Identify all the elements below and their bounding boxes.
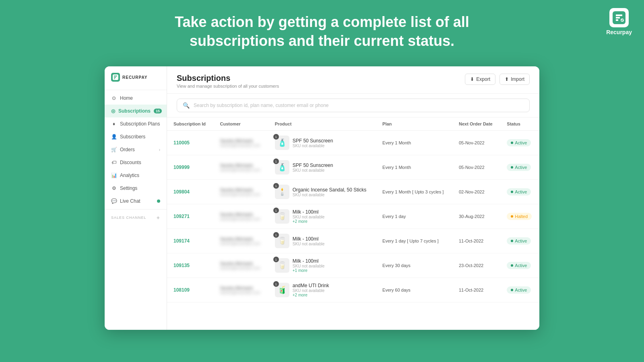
plan-cell: Every 1 day [ Upto 7 cycles ]: [376, 229, 452, 253]
product-cell: 1🧴SPF 50 SunscreenSKU not available: [268, 131, 376, 155]
sidebar-item-live-chat[interactable]: 💬 Live Chat: [105, 195, 167, 208]
analytics-icon: 📊: [111, 173, 117, 178]
product-cell: 1🧃andMe UTI DrinkSKU not available+2 mor…: [268, 278, 376, 302]
product-name: Milk - 100ml: [293, 258, 325, 264]
subscription-id-link[interactable]: 109999: [173, 165, 190, 170]
product-image: 1🥛: [275, 258, 289, 273]
sidebar-item-home-label: Home: [120, 95, 133, 101]
sidebar-item-settings[interactable]: ⚙ Settings: [105, 182, 167, 195]
col-status: Status: [500, 117, 539, 131]
plan-cell: Every 1 Month: [376, 155, 452, 180]
product-sku: SKU not available: [293, 144, 333, 148]
table-row[interactable]: 109174Sandra Michaelssandra@example.com1…: [167, 229, 539, 253]
subscription-id-cell[interactable]: 108109: [167, 278, 213, 302]
table-row[interactable]: 110005Sandra Michaelssandra@example.com1…: [167, 131, 539, 155]
product-name: andMe UTI Drink: [293, 283, 329, 288]
main-panel: RECURPAY ⊙ Home ◎ Subscriptions 15 ♦ Sub…: [105, 66, 539, 330]
live-chat-icon: 💬: [111, 198, 117, 204]
plan-cell: Every 1 Month: [376, 131, 452, 155]
sidebar-brand: RECURPAY: [105, 73, 167, 88]
status-dot: [511, 142, 513, 144]
sidebar-item-home[interactable]: ⊙ Home: [105, 92, 167, 105]
next-order-date-cell: 11-Oct-2022: [452, 278, 500, 302]
subscription-id-link[interactable]: 109174: [173, 238, 190, 244]
product-name: SPF 50 Sunscreen: [293, 162, 333, 168]
table-row[interactable]: 109999Sandra Michaelssandra@example.com1…: [167, 155, 539, 180]
product-more[interactable]: +1 more: [293, 268, 325, 273]
export-button[interactable]: ⬇ Export: [465, 74, 495, 85]
product-more[interactable]: +2 more: [293, 293, 329, 297]
product-cell: 1🕯️Organic Incense Sandal, 50 SticksSKU …: [268, 180, 376, 204]
subscription-id-link[interactable]: 109135: [173, 263, 190, 268]
subscription-id-link[interactable]: 110005: [173, 140, 190, 146]
product-more[interactable]: +2 more: [293, 219, 325, 224]
subscription-id-link[interactable]: 109804: [173, 189, 190, 195]
settings-icon: ⚙: [111, 185, 117, 191]
status-cell: Active: [500, 253, 539, 278]
export-label: Export: [476, 76, 490, 82]
import-label: Import: [511, 76, 524, 82]
subscription-id-cell[interactable]: 109135: [167, 253, 213, 278]
logo-icon: [609, 8, 629, 27]
product-cell: 1🧴SPF 50 SunscreenSKU not available: [268, 155, 376, 180]
subscription-id-cell[interactable]: 109174: [167, 229, 213, 253]
hero-section: Take action by getting a complete list o…: [0, 0, 644, 59]
col-customer: Customer: [213, 117, 268, 131]
table-row[interactable]: 109135Sandra Michaelssandra@example.com1…: [167, 253, 539, 278]
subscription-id-link[interactable]: 108109: [173, 287, 190, 293]
product-name: Organic Incense Sandal, 50 Sticks: [293, 187, 366, 193]
customer-cell: Sandra Michaelssandra@example.com: [213, 131, 268, 155]
product-image: 1🥛: [275, 234, 289, 248]
status-dot: [511, 240, 513, 242]
page-title: Subscriptions: [177, 74, 279, 83]
table-row[interactable]: 108109Sandra Michaelssandra@example.com1…: [167, 278, 539, 302]
next-order-date-cell: 05-Nov-2022: [452, 155, 500, 180]
sidebar-item-subscription-plans[interactable]: ♦ Subscription Plans: [105, 117, 167, 130]
search-bar: 🔍: [167, 94, 539, 117]
sales-channel-add-icon[interactable]: +: [157, 214, 160, 221]
hero-title: Take action by getting a complete list o…: [141, 13, 503, 51]
product-sku: SKU not available: [293, 288, 329, 293]
next-order-date-cell: 02-Nov-2022: [452, 180, 500, 204]
sidebar-item-subscriptions[interactable]: ◎ Subscriptions 15: [105, 105, 167, 117]
product-cell: 1🥛Milk - 100mlSKU not available+2 more: [268, 204, 376, 229]
sidebar-logo-icon: [111, 73, 120, 82]
sidebar-item-analytics[interactable]: 📊 Analytics: [105, 169, 167, 182]
status-cell: Active: [500, 229, 539, 253]
page-subtitle: View and manage subscription of all your…: [177, 84, 279, 88]
next-order-date-cell: 23-Oct-2022: [452, 253, 500, 278]
subscription-id-cell[interactable]: 109804: [167, 180, 213, 204]
subscription-id-cell[interactable]: 109999: [167, 155, 213, 180]
sidebar-item-plans-label: Subscription Plans: [120, 121, 160, 127]
subscription-id-cell[interactable]: 110005: [167, 131, 213, 155]
sidebar-item-subscribers[interactable]: 👤 Subscribers: [105, 130, 167, 143]
customer-cell: Sandra Michaelssandra@example.com: [213, 204, 268, 229]
sidebar-item-live-chat-label: Live Chat: [120, 198, 140, 204]
status-cell: Active: [500, 155, 539, 180]
next-order-date-cell: 05-Nov-2022: [452, 131, 500, 155]
import-button[interactable]: ⬆ Import: [500, 74, 530, 85]
sidebar-item-subscribers-label: Subscribers: [120, 134, 145, 140]
subscription-id-cell[interactable]: 109271: [167, 204, 213, 229]
product-sku: SKU not available: [293, 193, 366, 197]
table-row[interactable]: 109271Sandra Michaelssandra@example.com1…: [167, 204, 539, 229]
status-dot: [511, 191, 513, 193]
customer-email: sandra@example.com: [220, 217, 262, 221]
sidebar-item-orders[interactable]: 🛒 Orders ›: [105, 143, 167, 156]
sales-channel-text: SALES CHANNEL: [111, 216, 147, 220]
sidebar-item-settings-label: Settings: [120, 185, 137, 191]
sales-channel-label: SALES CHANNEL +: [105, 211, 167, 222]
product-sku: SKU not available: [293, 264, 325, 268]
sidebar-item-discounts[interactable]: 🏷 Discounts: [105, 156, 167, 169]
col-plan: Plan: [376, 117, 452, 131]
customer-cell: Sandra Michaelssandra@example.com: [213, 253, 268, 278]
customer-email: sandra@example.com: [220, 241, 262, 246]
customer-email: sandra@example.com: [220, 266, 262, 270]
product-image: 1🧴: [275, 160, 289, 175]
search-input[interactable]: [194, 103, 524, 108]
live-chat-dot: [157, 200, 160, 203]
table-row[interactable]: 109804Sandra Michaelssandra@example.com1…: [167, 180, 539, 204]
subscription-id-link[interactable]: 109271: [173, 214, 190, 219]
plan-cell: Every 30 days: [376, 253, 452, 278]
status-dot: [511, 264, 513, 267]
